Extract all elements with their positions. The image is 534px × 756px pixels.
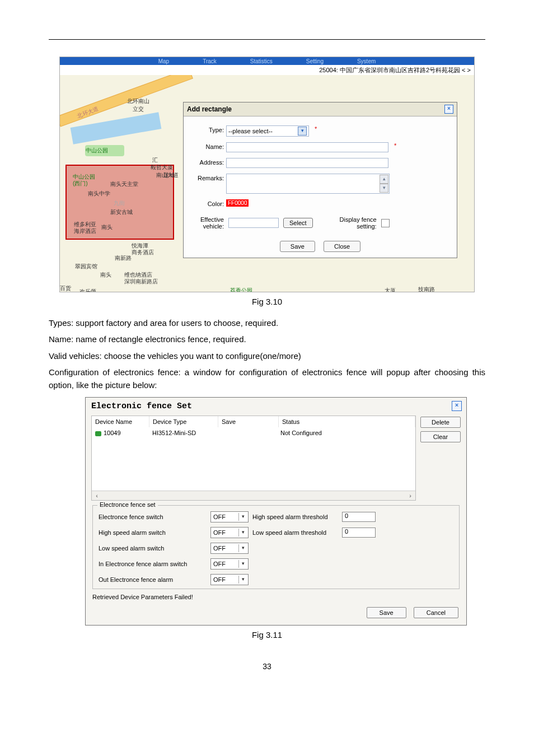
col-device-name: Device Name [92, 416, 149, 427]
type-select[interactable]: --please select-- ▾ [226, 125, 309, 137]
effective-vehicle-label-l2: vehicle: [189, 223, 224, 230]
chevron-down-icon[interactable]: ▾ [238, 544, 247, 552]
low-speed-switch-select[interactable]: OFF▾ [210, 543, 249, 554]
poi: 南头中学 [88, 190, 110, 198]
fence-switch-select[interactable]: OFF▾ [210, 511, 249, 522]
address-input[interactable] [226, 158, 388, 168]
tab-setting[interactable]: Setting [306, 58, 324, 64]
tab-track[interactable]: Track [203, 58, 217, 64]
remarks-textarea[interactable]: ▴ ▾ [226, 174, 390, 194]
high-threshold-input[interactable]: 0 [342, 512, 376, 522]
low-threshold-input[interactable]: 0 [342, 528, 376, 538]
clear-button[interactable]: Clear [420, 431, 461, 442]
chevron-down-icon[interactable]: ▾ [238, 529, 247, 536]
cell-device-name: 10049 [104, 430, 121, 436]
color-swatch[interactable]: FF0000 [226, 199, 249, 207]
low-threshold-label: Low speed alarm threshold [252, 529, 342, 536]
out-fence-switch-select[interactable]: OFF▾ [210, 574, 249, 585]
fence-switch-label: Electronce fence switch [99, 514, 210, 520]
add-rectangle-dialog: Add rectangle × Type: --please select-- … [183, 102, 457, 258]
poi: 汇 [152, 156, 158, 164]
color-label: Color: [189, 199, 226, 207]
tab-system[interactable]: System [357, 58, 376, 64]
cell-status: Not Configured [277, 427, 415, 459]
poi: 学生北路 [340, 291, 362, 292]
group-title: Electronce fence set [97, 501, 158, 508]
status-message: Retrieved Device Parameters Failed! [92, 594, 460, 600]
poi: 海岸酒店 [74, 227, 96, 235]
figure-3-11-caption: Fig 3.11 [49, 630, 485, 640]
poi: 百货 [60, 284, 71, 292]
poi: (西门) [73, 180, 88, 188]
close-button[interactable]: Close [324, 241, 360, 252]
poi: 毅哲大厦 [151, 164, 173, 171]
scroll-left-icon[interactable]: ‹ [93, 492, 101, 499]
cell-save [217, 427, 277, 459]
high-speed-switch-select[interactable]: OFF▾ [210, 527, 249, 538]
effective-vehicle-input[interactable] [228, 218, 279, 228]
electronce-fence-set-group: Electronce fence set Electronce fence sw… [92, 505, 460, 589]
chevron-down-icon[interactable]: ▾ [298, 127, 307, 136]
tab-map[interactable]: Map [158, 58, 169, 64]
map-canvas[interactable]: 北环大道 北环南山 立交 中山公园 汇 毅哲大厦 中山公园 (西门) 南山大道 … [60, 75, 474, 292]
scroll-up-icon[interactable]: ▴ [380, 175, 388, 184]
in-fence-switch-select[interactable]: OFF▾ [210, 558, 249, 570]
display-fence-checkbox[interactable] [381, 219, 390, 227]
select-button[interactable]: Select [283, 218, 313, 228]
poi: 北环南山 [127, 97, 149, 105]
high-speed-switch-label: High speed alarm switch [99, 529, 210, 536]
device-table-header: Device Name Device Type Save Status [92, 416, 415, 427]
chevron-down-icon[interactable]: ▾ [238, 513, 247, 521]
poi: 翠园宾馆 [75, 263, 97, 270]
high-threshold-label: High speed alarm threshold [252, 514, 342, 520]
col-status: Status [279, 416, 415, 427]
poi: 欢乐颂 [79, 288, 96, 292]
poi: 新安古城 [110, 208, 133, 216]
close-icon[interactable]: × [444, 105, 453, 114]
poi: 商务酒店 [132, 249, 154, 256]
save-button[interactable]: Save [367, 607, 406, 618]
para-valid-vehicles: Valid vehicles: choose the vehicles you … [49, 349, 485, 362]
chevron-down-icon[interactable]: ▾ [238, 576, 247, 584]
para-config: Configuration of electronics fence: a wi… [49, 366, 485, 392]
figure-3-10: Map Track Statistics Setting System 2500… [59, 57, 475, 292]
close-icon[interactable]: × [452, 401, 462, 411]
tab-statistics[interactable]: Statistics [250, 58, 273, 64]
remarks-label: Remarks: [189, 174, 226, 181]
scroll-down-icon[interactable]: ▾ [380, 184, 388, 193]
electronic-fence-set-title: Electronic fence Set [91, 402, 192, 411]
para-types: Types: support factory and area for user… [49, 316, 485, 329]
poi: 立交 [133, 105, 144, 113]
page-number: 33 [49, 662, 485, 671]
map-tab-bar: Map Track Statistics Setting System [60, 57, 474, 65]
device-icon [95, 431, 101, 436]
display-fence-label-l2: setting: [340, 223, 377, 230]
required-mark: * [394, 142, 396, 149]
name-input[interactable] [226, 142, 388, 152]
chevron-down-icon[interactable]: ▾ [238, 560, 247, 568]
cell-device-type: HI3512-Mini-SD [149, 427, 217, 459]
name-label: Name: [189, 142, 226, 150]
save-button[interactable]: Save [280, 241, 315, 252]
device-table: Device Name Device Type Save Status 1004… [91, 416, 416, 501]
para-name: Name: name of rectangle electronics fenc… [49, 333, 485, 346]
scroll-right-icon[interactable]: › [406, 492, 414, 499]
electronic-fence-set-dialog: Electronic fence Set × Device Name Devic… [85, 397, 467, 626]
poi: 中山公园 [86, 147, 108, 155]
add-rectangle-dialog-title: Add rectangle [187, 105, 232, 113]
delete-button[interactable]: Delete [420, 417, 461, 428]
map-address-bar: 25004: 中国广东省深圳市南山区吉祥路2号科苑花园 < > [60, 65, 474, 76]
required-mark: * [315, 125, 317, 132]
poi: 九街 [114, 199, 125, 207]
display-fence-label-l1: Display fence [340, 216, 377, 223]
type-label: Type: [189, 125, 226, 133]
col-save: Save [218, 416, 279, 427]
poi: 技南路 [418, 286, 435, 292]
col-device-type: Device Type [149, 416, 218, 427]
table-scrollbar[interactable]: ‹ › [92, 491, 415, 500]
cancel-button[interactable]: Cancel [414, 607, 458, 618]
table-row[interactable]: 10049 HI3512-Mini-SD Not Configured [92, 427, 415, 459]
poi: 南头 [101, 223, 113, 231]
effective-vehicle-label-l1: Effective [189, 216, 224, 223]
poi: 荔香公园 [230, 287, 252, 292]
